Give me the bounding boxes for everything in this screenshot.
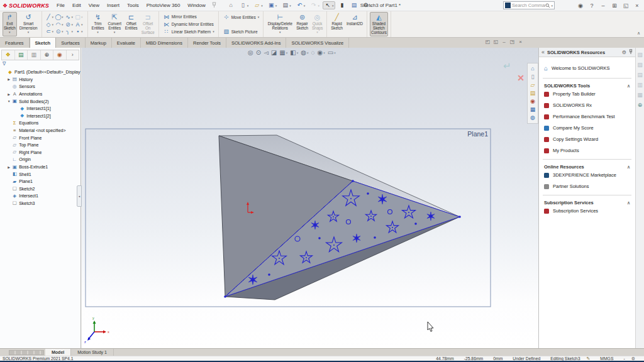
sketch-star-center[interactable] — [408, 212, 409, 213]
linear-sketch-pattern-button[interactable]: ∷ Linear Sketch Pattern▾ — [162, 28, 216, 35]
sketch-star-center[interactable] — [392, 227, 393, 228]
tab-surfaces[interactable]: Surfaces — [56, 38, 86, 48]
tree-item-solid-bodies-2-[interactable]: ▼▣Solid Bodies(2) — [0, 97, 80, 105]
cancel-sketch-icon[interactable]: ✕ — [517, 73, 525, 83]
tab-features[interactable]: Features — [0, 38, 30, 48]
zoom-to-fit-button[interactable]: ◎ — [248, 49, 253, 57]
instant2d-button[interactable]: ⊿ Instant2D — [345, 12, 364, 36]
sketch-entity-tool[interactable]: A▾ — [74, 21, 83, 28]
tree-item-history[interactable]: ▶▤History — [0, 76, 80, 84]
layout-icon[interactable]: ⊞ — [609, 3, 620, 9]
collapse-ribbon-icon[interactable]: ∧ — [637, 31, 640, 36]
zoom-to-area-button[interactable]: ⊙ — [256, 49, 261, 57]
sketch-point[interactable] — [367, 192, 369, 195]
menu-insert[interactable]: Insert — [103, 3, 123, 8]
trim-entities-button[interactable]: ↯ Trim Entities▾ — [91, 12, 106, 36]
tab-markup[interactable]: Markup — [86, 38, 112, 48]
hide-show-items-button[interactable]: ◍▾ — [301, 49, 308, 57]
dimxpertmanager-tab[interactable]: ⊕ — [41, 50, 54, 60]
sketch-star-center[interactable] — [333, 216, 334, 217]
sketch-entity-tool[interactable]: ▪▾ — [74, 28, 83, 35]
sketch-point[interactable] — [268, 273, 270, 276]
tree-item-sensors[interactable]: ◎Sensors — [0, 83, 80, 90]
sketch-star-center[interactable] — [350, 198, 352, 199]
print-button[interactable]: ▤▾ — [280, 1, 293, 9]
tree-item-intersect1-1-[interactable]: ◆Intersect1[1] — [0, 105, 80, 112]
tree-item-part1-default-default-display-sta[interactable]: ◆Part1 (Default<<Default>_Display Sta — [0, 69, 80, 76]
shaded-sketch-contours-button[interactable]: ◭ Shaded Sketch Contours — [370, 12, 388, 36]
tree-item-sketch2[interactable]: ▢Sketch2 — [0, 185, 80, 193]
tree-item-intersect1[interactable]: ◈Intersect1 — [0, 192, 80, 200]
home-button[interactable]: ⌂ — [226, 1, 236, 9]
link-subscription-services[interactable]: Subscription Services — [544, 208, 630, 214]
tree-item-material-not-specified-[interactable]: ≡Material <not specified> — [0, 127, 80, 134]
sketch-entity-tool[interactable]: ◯▾ — [55, 14, 64, 20]
sketch-point[interactable] — [374, 236, 376, 239]
section-view-button[interactable]: ◪ — [271, 49, 277, 57]
tree-item-annotations[interactable]: ▶AAnnotations — [0, 90, 80, 98]
exit-sketch-button[interactable]: ↱ Exit Sketch▾ — [3, 12, 17, 36]
mirror-entities-button[interactable]: ⋈ Mirror Entities — [162, 13, 216, 21]
sketch-entity-tool[interactable]: ⊘▾ — [65, 21, 74, 28]
displaymanager-tab[interactable]: ◉ — [53, 50, 67, 60]
menu-window[interactable]: Window — [184, 3, 209, 8]
menu-file[interactable]: File — [53, 3, 69, 8]
study-tab-model[interactable]: Model — [45, 349, 71, 356]
rapid-sketch-button[interactable]: ╱ Rapid Sketch — [330, 12, 344, 36]
view-orientation-button[interactable]: ▦▾ — [279, 49, 287, 57]
section-solidworks-tools[interactable]: SOLIDWORKS Tools∧ — [544, 83, 630, 89]
tab-solidworks-add-ins[interactable]: SOLIDWORKS Add-Ins — [226, 38, 286, 48]
sketch-star-center[interactable] — [279, 258, 280, 259]
tab-evaluate[interactable]: Evaluate — [112, 38, 141, 48]
convert-entities-button[interactable]: ⇱ Convert Entities▾ — [106, 12, 122, 36]
save-button[interactable]: ▣▾ — [266, 1, 279, 9]
status-units[interactable]: MMGS — [600, 356, 613, 361]
link-partner-solutions[interactable]: Partner Solutions — [544, 184, 630, 189]
sketch-star-center[interactable] — [306, 257, 307, 258]
tree-item-shell1[interactable]: ◧Shell1 — [0, 170, 80, 178]
search-commands-box[interactable]: Search Commands ▾ — [503, 1, 555, 9]
link-my-products[interactable]: My Products — [544, 148, 630, 153]
sketch-entity-tool[interactable]: ▢▾ — [74, 14, 83, 20]
redo-button[interactable]: ↷▾ — [308, 1, 321, 9]
smart-dimension-button[interactable]: ↺ Smart Dimension▾ — [18, 12, 39, 36]
tree-item-equations[interactable]: ΣEquations — [0, 119, 80, 127]
offset-entities-button[interactable]: ⊏ Offset Entities — [124, 12, 139, 36]
link-solidworks-rx[interactable]: SOLIDWORKS Rx — [544, 102, 630, 108]
featuremanager-tab[interactable]: ❖ — [2, 50, 15, 60]
search-input[interactable]: Search Commands — [512, 3, 545, 8]
tree-item-front-plane[interactable]: ▱Front Plane — [0, 134, 80, 141]
edit-appearance-button[interactable]: ◌ — [311, 49, 314, 57]
recycle-bin-icon[interactable]: ▯ — [531, 73, 535, 81]
menu-edit[interactable]: Edit — [69, 3, 85, 8]
status-units-caret[interactable]: - — [623, 356, 625, 361]
sketch-point[interactable] — [458, 216, 461, 218]
menu-view[interactable]: View — [85, 3, 103, 8]
link-performance-benchmark-test[interactable]: Performance Benchmark Test — [544, 114, 630, 119]
tab-sketch[interactable]: Sketch — [30, 38, 57, 48]
expand-pane-arrow[interactable]: › — [67, 50, 79, 60]
sketch-entity-tool[interactable]: ◇▾ — [45, 21, 54, 28]
link-copy-settings-wizard[interactable]: Copy Settings Wizard — [544, 136, 630, 142]
home-tab-icon[interactable]: ⌂ — [531, 65, 534, 73]
display-delete-relations-button[interactable]: ⊢ Display/Delete Relations▾ — [266, 12, 294, 36]
tab-solidworks-visualize[interactable]: SOLIDWORKS Visualize — [286, 38, 349, 48]
sketch-entity-tool[interactable]: ╮▾ — [65, 28, 74, 35]
dynamic-mirror-entities-button[interactable]: ⋉ Dynamic Mirror Entities — [162, 21, 216, 28]
user-icon[interactable]: ◉ — [575, 3, 586, 9]
custom-properties-icon[interactable]: ▦ — [530, 106, 536, 114]
pane-icon-5[interactable]: ▦ — [637, 90, 643, 101]
study-nav-buttons[interactable] — [9, 350, 44, 355]
sketch-picture-button[interactable]: ▧ Sketch Picture — [221, 28, 261, 35]
minimize-icon[interactable]: – — [597, 3, 609, 9]
study-tab-motion-study-1[interactable]: Motion Study 1 — [71, 349, 114, 356]
pane-icon-2[interactable]: ▨ — [637, 60, 643, 70]
sketch-point[interactable] — [352, 180, 354, 182]
pane-options-gear-icon[interactable]: ⚙ — [622, 50, 626, 55]
appearances-icon[interactable]: ◉ — [530, 97, 535, 106]
sketch-entity-tool[interactable]: ∿▾ — [65, 14, 74, 20]
view-settings-button[interactable]: ▭▾ — [328, 49, 336, 57]
sketch-point[interactable] — [224, 295, 226, 298]
pane-icon-1[interactable]: ▧ — [637, 50, 643, 60]
doc-close-icon[interactable]: × — [516, 39, 525, 45]
